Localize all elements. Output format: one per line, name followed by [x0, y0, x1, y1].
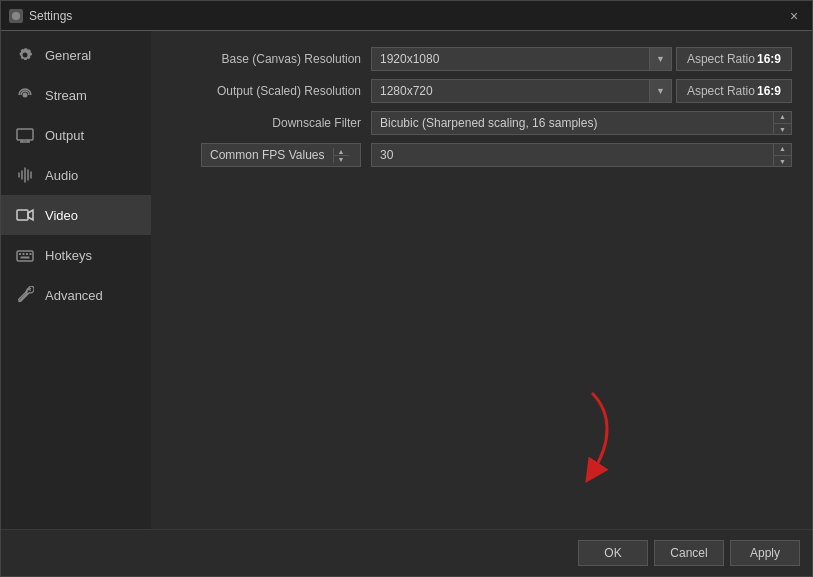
gear-icon — [15, 45, 35, 65]
output-resolution-arrow[interactable]: ▼ — [649, 80, 671, 102]
fps-value: 30 — [372, 148, 773, 162]
fps-arrows[interactable]: ▲ ▼ — [773, 143, 791, 167]
fps-dropdown[interactable]: 30 ▲ ▼ — [371, 143, 792, 167]
footer: OK Cancel Apply — [1, 529, 812, 576]
fps-up-arrow[interactable]: ▲ — [774, 143, 791, 156]
keyboard-icon — [15, 245, 35, 265]
svg-rect-12 — [21, 257, 30, 259]
sidebar-item-general[interactable]: General — [1, 35, 151, 75]
downscale-down-arrow[interactable]: ▼ — [774, 124, 791, 136]
fps-down-arrow[interactable]: ▼ — [774, 156, 791, 168]
svg-point-1 — [23, 93, 28, 98]
titlebar-left: Settings — [9, 9, 72, 23]
base-resolution-arrow[interactable]: ▼ — [649, 48, 671, 70]
svg-rect-11 — [30, 253, 32, 255]
output-resolution-label: Output (Scaled) Resolution — [171, 84, 371, 98]
downscale-filter-control: Bicubic (Sharpened scaling, 16 samples) … — [371, 111, 792, 135]
sidebar-advanced-label: Advanced — [45, 288, 103, 303]
fps-label: Common FPS Values ▲ ▼ — [171, 143, 371, 167]
stream-icon — [15, 85, 35, 105]
base-resolution-label: Base (Canvas) Resolution — [171, 52, 371, 66]
svg-rect-2 — [17, 129, 33, 140]
arrow-area — [171, 280, 792, 513]
fps-control: 30 ▲ ▼ — [371, 143, 792, 167]
apply-button[interactable]: Apply — [730, 540, 800, 566]
settings-window: Settings × General — [0, 0, 813, 577]
downscale-filter-label: Downscale Filter — [171, 116, 371, 130]
sidebar-audio-label: Audio — [45, 168, 78, 183]
sidebar-item-output[interactable]: Output — [1, 115, 151, 155]
downscale-filter-dropdown[interactable]: Bicubic (Sharpened scaling, 16 samples) … — [371, 111, 792, 135]
svg-rect-6 — [17, 210, 28, 220]
base-resolution-dropdown[interactable]: 1920x1080 ▼ — [371, 47, 672, 71]
downscale-filter-value: Bicubic (Sharpened scaling, 16 samples) — [372, 112, 773, 134]
sidebar-item-hotkeys[interactable]: Hotkeys — [1, 235, 151, 275]
base-resolution-row: Base (Canvas) Resolution 1920x1080 ▼ Asp… — [171, 47, 792, 71]
output-aspect-value: 16:9 — [757, 84, 781, 98]
sidebar-item-advanced[interactable]: Advanced — [1, 275, 151, 315]
output-icon — [15, 125, 35, 145]
base-aspect-label: Aspect Ratio — [687, 52, 755, 66]
sidebar-item-video[interactable]: Video — [1, 195, 151, 235]
main-content: Base (Canvas) Resolution 1920x1080 ▼ Asp… — [151, 31, 812, 529]
output-resolution-value: 1280x720 — [372, 80, 649, 102]
output-aspect-label: Aspect Ratio — [687, 84, 755, 98]
sidebar-stream-label: Stream — [45, 88, 87, 103]
base-resolution-aspect: Aspect Ratio16:9 — [676, 47, 792, 71]
output-resolution-dropdown[interactable]: 1280x720 ▼ — [371, 79, 672, 103]
sidebar-video-label: Video — [45, 208, 78, 223]
fps-type-up[interactable]: ▲ — [334, 148, 349, 156]
downscale-up-arrow[interactable]: ▲ — [774, 111, 791, 124]
output-resolution-control: 1280x720 ▼ Aspect Ratio16:9 — [371, 79, 792, 103]
audio-icon — [15, 165, 35, 185]
svg-point-0 — [12, 12, 20, 20]
output-resolution-row: Output (Scaled) Resolution 1280x720 ▼ As… — [171, 79, 792, 103]
red-arrow-annotation — [552, 383, 632, 493]
wrench-icon — [15, 285, 35, 305]
svg-rect-7 — [17, 251, 33, 261]
titlebar: Settings × — [1, 1, 812, 31]
cancel-button[interactable]: Cancel — [654, 540, 724, 566]
video-icon — [15, 205, 35, 225]
fps-selector-label: Common FPS Values — [202, 148, 333, 162]
fps-row: Common FPS Values ▲ ▼ 30 ▲ ▼ — [171, 143, 792, 167]
sidebar: General Stream — [1, 31, 151, 529]
fps-type-stepper[interactable]: ▲ ▼ — [333, 148, 349, 163]
output-resolution-aspect: Aspect Ratio16:9 — [676, 79, 792, 103]
fps-type-down[interactable]: ▼ — [334, 156, 349, 163]
sidebar-item-stream[interactable]: Stream — [1, 75, 151, 115]
close-button[interactable]: × — [784, 6, 804, 26]
ok-button[interactable]: OK — [578, 540, 648, 566]
svg-rect-10 — [26, 253, 28, 255]
base-resolution-control: 1920x1080 ▼ Aspect Ratio16:9 — [371, 47, 792, 71]
video-settings-area: Base (Canvas) Resolution 1920x1080 ▼ Asp… — [171, 47, 792, 280]
sidebar-item-audio[interactable]: Audio — [1, 155, 151, 195]
sidebar-output-label: Output — [45, 128, 84, 143]
base-resolution-value: 1920x1080 — [372, 48, 649, 70]
svg-rect-9 — [23, 253, 25, 255]
window-title: Settings — [29, 9, 72, 23]
downscale-filter-spinners[interactable]: ▲ ▼ — [773, 111, 791, 135]
downscale-filter-row: Downscale Filter Bicubic (Sharpened scal… — [171, 111, 792, 135]
base-aspect-value: 16:9 — [757, 52, 781, 66]
sidebar-general-label: General — [45, 48, 91, 63]
sidebar-hotkeys-label: Hotkeys — [45, 248, 92, 263]
svg-rect-8 — [19, 253, 21, 255]
content-area: General Stream — [1, 31, 812, 529]
app-icon — [9, 9, 23, 23]
